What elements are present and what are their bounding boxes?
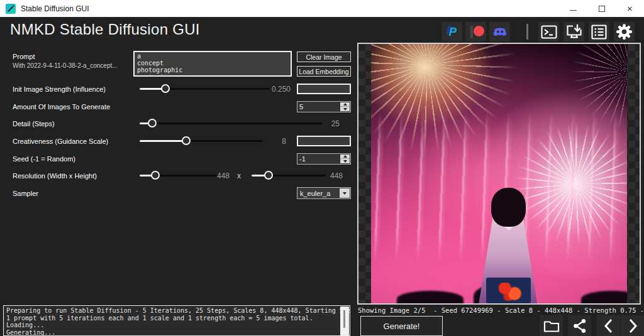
steps-label: Detail (Steps) bbox=[13, 120, 55, 127]
guidance-textbox[interactable] bbox=[297, 136, 351, 146]
folder-icon bbox=[543, 319, 560, 333]
toolbar-divider bbox=[526, 24, 528, 40]
console-button[interactable] bbox=[538, 22, 559, 41]
paypal-button[interactable]: PP bbox=[441, 22, 462, 41]
list-icon bbox=[591, 24, 607, 40]
steps-value: 25 bbox=[318, 119, 340, 128]
maximize-button[interactable] bbox=[587, 0, 616, 17]
person-head bbox=[491, 188, 526, 227]
resolution-height-slider[interactable] bbox=[252, 171, 326, 180]
paypal-icon: PP bbox=[446, 26, 458, 38]
app-icon bbox=[6, 4, 16, 14]
init-strength-label: Init Image Strength (Influence) bbox=[13, 85, 106, 93]
init-strength-slider[interactable] bbox=[140, 85, 269, 93]
gear-icon bbox=[616, 23, 633, 40]
seed-stepper[interactable]: -1 bbox=[297, 153, 351, 165]
resolution-label: Resolution (Width x Height) bbox=[13, 172, 97, 180]
log-scrollbar[interactable] bbox=[340, 306, 349, 335]
guidance-label: Creativeness (Guidance Scale) bbox=[13, 138, 108, 145]
slider-knob[interactable] bbox=[148, 119, 157, 127]
steps-slider[interactable] bbox=[140, 119, 322, 127]
settings-button[interactable] bbox=[614, 22, 635, 41]
init-strength-textbox[interactable] bbox=[297, 84, 351, 94]
patreon-button[interactable] bbox=[465, 22, 486, 41]
patreon-icon bbox=[467, 22, 486, 41]
slider-knob[interactable] bbox=[182, 136, 191, 145]
stepper-buttons bbox=[340, 102, 350, 111]
seed-value: -1 bbox=[299, 155, 306, 163]
log-output[interactable]: Preparing to run Stable Diffusion - 5 It… bbox=[3, 305, 350, 336]
slider-knob[interactable] bbox=[161, 84, 170, 93]
title-bar: Stable Diffusion GUI × bbox=[0, 0, 644, 17]
screen-download-icon bbox=[565, 24, 583, 40]
scrollbar-thumb[interactable] bbox=[343, 310, 345, 328]
amount-value: 5 bbox=[299, 103, 303, 111]
clear-image-button[interactable]: Clear Image bbox=[297, 51, 351, 62]
guidance-value: 8 bbox=[264, 137, 286, 146]
share-button[interactable] bbox=[568, 315, 591, 336]
amount-label: Amount Of Images To Generate bbox=[13, 103, 110, 111]
init-strength-value: 0.250 bbox=[259, 85, 291, 94]
terminal-icon bbox=[541, 24, 557, 40]
previous-image-button[interactable] bbox=[597, 315, 620, 336]
sampler-value: k_euler_a bbox=[300, 190, 330, 197]
next-image-button[interactable] bbox=[621, 315, 644, 336]
app-window: Stable Diffusion GUI × NMKD Stable Diffu… bbox=[0, 0, 644, 336]
step-up-button[interactable] bbox=[340, 102, 350, 107]
stepper-buttons bbox=[340, 154, 350, 163]
amount-stepper[interactable]: 5 bbox=[297, 101, 351, 112]
minimize-button[interactable] bbox=[559, 0, 587, 17]
chevron-left-icon bbox=[602, 318, 616, 334]
image-info-caption: Showing Image 2/5 - Seed 67249969 - Scal… bbox=[358, 306, 644, 314]
queue-button[interactable] bbox=[589, 22, 609, 41]
step-down-button[interactable] bbox=[340, 159, 350, 163]
resolution-width-value: 448 bbox=[204, 171, 230, 180]
window-controls: × bbox=[559, 0, 644, 17]
share-icon bbox=[572, 318, 588, 334]
load-embedding-button[interactable]: Load Embedding bbox=[297, 66, 351, 77]
open-folder-button[interactable] bbox=[540, 315, 563, 336]
prompt-sublabel: With 2022-9-4-11-0-38-2-a_concept... bbox=[13, 62, 118, 69]
export-button[interactable] bbox=[564, 22, 584, 41]
page-title: NMKD Stable Diffusion GUI bbox=[10, 21, 200, 38]
resolution-separator: x bbox=[233, 171, 245, 180]
discord-button[interactable] bbox=[489, 22, 510, 41]
sampler-label: Sampler bbox=[13, 190, 38, 197]
sampler-dropdown[interactable]: k_euler_a bbox=[297, 187, 351, 199]
resolution-height-value: 448 bbox=[318, 171, 343, 180]
tree-silhouette bbox=[397, 291, 464, 303]
log-text: Preparing to run Stable Diffusion - 5 It… bbox=[6, 307, 338, 336]
step-down-button[interactable] bbox=[340, 107, 350, 111]
close-button[interactable]: × bbox=[616, 0, 644, 17]
tree-silhouette bbox=[581, 291, 627, 303]
generated-image[interactable] bbox=[371, 44, 627, 303]
generate-button[interactable]: Generate! bbox=[360, 316, 443, 336]
dropdown-arrow-icon[interactable] bbox=[340, 188, 350, 198]
obi-belt bbox=[486, 278, 531, 303]
step-up-button[interactable] bbox=[340, 154, 350, 159]
prompt-label: Prompt bbox=[13, 53, 35, 60]
image-preview-panel[interactable] bbox=[357, 43, 641, 305]
slider-knob[interactable] bbox=[151, 171, 160, 180]
prompt-input[interactable]: a concept photographic portrait bbox=[133, 51, 292, 77]
seed-label: Seed (-1 = Random) bbox=[13, 155, 75, 163]
window-title: Stable Diffusion GUI bbox=[21, 4, 89, 13]
guidance-slider[interactable] bbox=[140, 137, 263, 145]
chevron-right-icon bbox=[626, 318, 640, 334]
discord-icon bbox=[492, 24, 508, 40]
slider-knob[interactable] bbox=[264, 171, 273, 180]
